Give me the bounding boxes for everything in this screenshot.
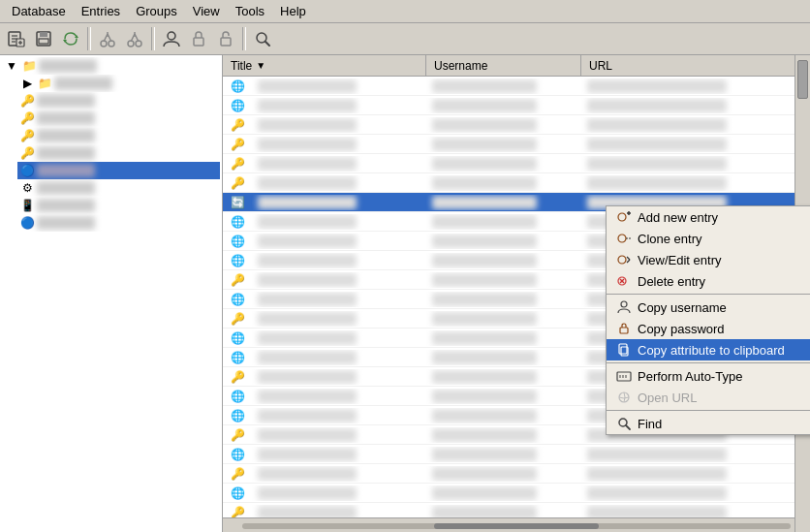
- ctx-auto-type[interactable]: Perform Auto-Type Ctrl+V: [607, 365, 810, 387]
- tree-item-selected[interactable]: 🔵 xxxxxxxxxx: [17, 162, 220, 179]
- svg-rect-39: [620, 328, 628, 333]
- tree-item-7[interactable]: ⚙ xxxxxxxxxx: [17, 179, 220, 197]
- tree-item-8[interactable]: 📱 xxxxxxxxxx: [17, 197, 220, 214]
- entry-icon: 🔑: [223, 137, 252, 152]
- ctx-copy-username[interactable]: Copy username Ctrl+B: [607, 297, 810, 318]
- entry-row[interactable]: 🔑 xxxxxxxxxxxxxxxxx xxxxxxxxxxxxxxxxxx x…: [223, 503, 810, 517]
- tree-item-5[interactable]: 🔑 xxxxxxxxxx: [17, 144, 220, 162]
- entry-row[interactable]: 🌐 xxxxxxxxxxxxxxxxx xxxxxxxxxxxxxxxxxx x…: [223, 77, 810, 96]
- tree-item-9[interactable]: 🔵 xxxxxxxxxx: [17, 214, 220, 232]
- save-db-button[interactable]: [31, 26, 56, 51]
- entry-url: xxxxxxxxxxxxxxxxxxxxxxxx: [581, 175, 810, 191]
- entry-row[interactable]: 🌐 xxxxxxxxxxxxxxxxx xxxxxxxxxxxxxxxxxx x…: [223, 445, 810, 464]
- ctx-find[interactable]: Find Ctrl+F: [607, 413, 810, 434]
- sync-button[interactable]: [58, 26, 83, 51]
- entry-icon: 🔑: [223, 117, 252, 133]
- entry-icon: 🌐: [223, 389, 252, 404]
- menu-database[interactable]: Database: [4, 2, 74, 20]
- copy-username-label: Copy username: [638, 300, 810, 315]
- blue2-icon: 🔵: [19, 215, 35, 231]
- entry-row[interactable]: 🔑 xxxxxxxxxxxxxxxxx xxxxxxxxxxxxxxxxxx x…: [223, 173, 810, 193]
- ctx-copy-attr[interactable]: Copy attribute to clipboard ▶: [607, 339, 810, 360]
- new-db-button[interactable]: [4, 26, 29, 51]
- menu-help[interactable]: Help: [272, 2, 314, 20]
- tree-item-3[interactable]: 🔑 xxxxxxxxxx: [17, 110, 220, 127]
- entry-title: xxxxxxxxxxxxxxxxx: [252, 485, 426, 501]
- ctx-open-url: Open URL Ctrl+U: [607, 387, 810, 408]
- tree-item-2[interactable]: 🔑 xxxxxxxxxx: [17, 92, 220, 110]
- horizontal-scrollbar[interactable]: [223, 517, 810, 532]
- tree-label-3: xxxxxxxxxx: [37, 111, 95, 125]
- entry-title: xxxxxxxxxxxxxxxxx: [252, 137, 426, 152]
- entry-title: xxxxxxxxxxxxxxxxx: [252, 195, 426, 210]
- toolbar: [0, 23, 810, 55]
- svg-point-32: [618, 256, 626, 264]
- sep3: [242, 27, 246, 50]
- scrollbar-thumb[interactable]: [797, 60, 808, 99]
- entry-title: xxxxxxxxxxxxxxxxx: [252, 98, 426, 113]
- entry-row[interactable]: 🔑 xxxxxxxxxxxxxxxxx xxxxxxxxxxxxxxxxxx x…: [223, 464, 810, 484]
- ctx-copy-password[interactable]: Copy password Ctrl+C: [607, 318, 810, 339]
- copy-button[interactable]: [122, 26, 147, 51]
- entry-username: xxxxxxxxxxxxxxxxxx: [426, 272, 581, 288]
- svg-rect-9: [39, 39, 48, 44]
- entry-url: xxxxxxxxxxxxxxxxxxxxxxxx: [581, 137, 810, 152]
- entry-title: xxxxxxxxxxxxxxxxx: [252, 117, 426, 133]
- hscroll-thumb[interactable]: [434, 523, 599, 529]
- sep1: [87, 27, 91, 50]
- svg-rect-8: [40, 32, 47, 37]
- entry-title: xxxxxxxxxxxxxxxxx: [252, 330, 426, 346]
- entry-row[interactable]: 🔑 xxxxxxxxxxxxxxxxx xxxxxxxxxxxxxxxxxx x…: [223, 154, 810, 173]
- unlock-button[interactable]: [213, 26, 238, 51]
- lock-button[interactable]: [186, 26, 211, 51]
- copy-password-icon: [614, 321, 634, 336]
- entry-username: xxxxxxxxxxxxxxxxxx: [426, 234, 581, 249]
- tree-item-4[interactable]: 🔑 xxxxxxxxxx: [17, 127, 220, 144]
- entry-username: xxxxxxxxxxxxxxxxxx: [426, 195, 581, 210]
- find-button[interactable]: [250, 26, 275, 51]
- ctx-add-entry[interactable]: Add new entry Ctrl+N: [607, 206, 810, 228]
- entry-row[interactable]: 🌐 xxxxxxxxxxxxxxxxx xxxxxxxxxxxxxxxxxx x…: [223, 96, 810, 115]
- col-header-username[interactable]: Username: [426, 55, 581, 76]
- entry-row[interactable]: 🔑 xxxxxxxxxxxxxxxxx xxxxxxxxxxxxxxxxxx x…: [223, 135, 810, 154]
- expand-icon-1: ▶: [19, 76, 35, 91]
- col-header-title[interactable]: Title ▼: [223, 55, 426, 76]
- username-label: Username: [434, 59, 487, 73]
- svg-rect-23: [194, 38, 203, 46]
- menu-groups[interactable]: Groups: [128, 2, 185, 20]
- cut-button[interactable]: [95, 26, 120, 51]
- entry-row[interactable]: 🌐 xxxxxxxxxxxxxxxxx xxxxxxxxxxxxxxxxxx x…: [223, 484, 810, 503]
- tree-item-1[interactable]: ▶ 📁 xxxxxxxxxx: [17, 75, 220, 92]
- view-edit-label: View/Edit entry: [638, 253, 810, 267]
- auto-type-label: Perform Auto-Type: [638, 369, 810, 384]
- entry-username: xxxxxxxxxxxxxxxxxx: [426, 98, 581, 113]
- menu-entries[interactable]: Entries: [74, 2, 128, 20]
- menu-tools[interactable]: Tools: [228, 2, 272, 20]
- view-edit-icon: [614, 252, 634, 267]
- entry-url: xxxxxxxxxxxxxxxxxxxxxxxx: [581, 98, 810, 113]
- svg-point-27: [618, 213, 626, 221]
- entry-username: xxxxxxxxxxxxxxxxxx: [426, 427, 581, 443]
- ctx-view-edit[interactable]: View/Edit entry Ctrl+E: [607, 249, 810, 270]
- main-area: ▼ 📁 xxxxxxxxxx ▶ 📁 xxxxxxxxxx 🔑 xxxxxxxx…: [0, 55, 810, 532]
- tree-item-root[interactable]: ▼ 📁 xxxxxxxxxx: [2, 57, 220, 75]
- entry-icon: 🌐: [223, 214, 252, 230]
- user-button[interactable]: [159, 26, 184, 51]
- col-header-url[interactable]: URL: [581, 55, 810, 76]
- entry-title: xxxxxxxxxxxxxxxxx: [252, 427, 426, 443]
- menu-view[interactable]: View: [185, 2, 228, 20]
- tree-label-4: xxxxxxxxxx: [37, 129, 95, 142]
- svg-point-30: [618, 235, 626, 242]
- entry-username: xxxxxxxxxxxxxxxxxx: [426, 253, 581, 268]
- entry-row[interactable]: 🔑 xxxxxxxxxxxxxxxxx xxxxxxxxxxxxxxxxxx x…: [223, 115, 810, 135]
- entry-title: xxxxxxxxxxxxxxxxx: [252, 408, 426, 423]
- entry-icon: 🔑: [223, 272, 252, 288]
- ctx-clone-entry[interactable]: Clone entry Ctrl+K: [607, 228, 810, 249]
- entry-title: xxxxxxxxxxxxxxxxx: [252, 253, 426, 268]
- entry-title: xxxxxxxxxxxxxxxxx: [252, 311, 426, 327]
- ctx-delete-entry[interactable]: Delete entry Ctrl+D: [607, 270, 810, 292]
- entry-title: xxxxxxxxxxxxxxxxx: [252, 214, 426, 230]
- tree-label-2: xxxxxxxxxx: [37, 94, 95, 108]
- entry-icon: 🔑: [223, 369, 252, 385]
- entry-icon: 🔑: [223, 427, 252, 443]
